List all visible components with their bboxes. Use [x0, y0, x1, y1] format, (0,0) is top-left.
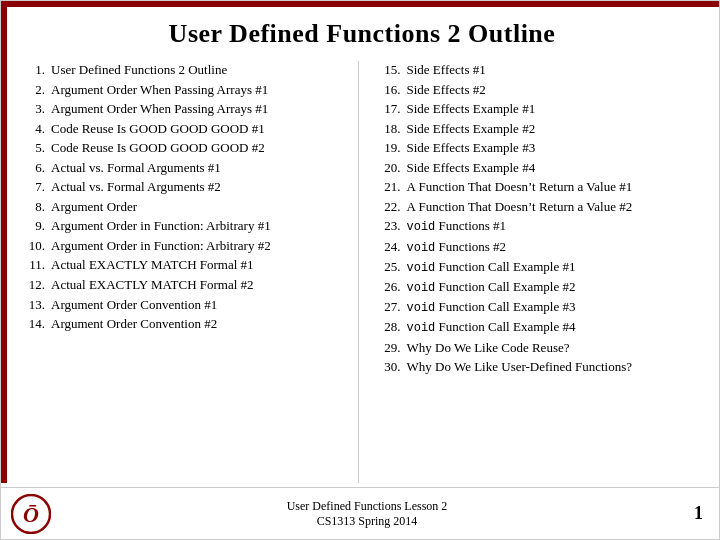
item-text: void Function Call Example #3: [407, 298, 704, 316]
list-item: 27.void Function Call Example #3: [377, 298, 704, 316]
item-number: 11.: [21, 256, 45, 274]
list-item: 4.Code Reuse Is GOOD GOOD GOOD #1: [21, 120, 348, 138]
item-number: 15.: [377, 61, 401, 79]
footer-line2: CS1313 Spring 2014: [51, 514, 683, 529]
main-content: User Defined Functions 2 Outline 1.User …: [7, 7, 719, 483]
mono-keyword: void: [407, 301, 436, 315]
list-item: 7.Actual vs. Formal Arguments #2: [21, 178, 348, 196]
item-text: void Function Call Example #1: [407, 258, 704, 276]
item-text: void Function Call Example #2: [407, 278, 704, 296]
item-number: 14.: [21, 315, 45, 333]
item-number: 30.: [377, 358, 401, 376]
item-text: Side Effects Example #1: [407, 100, 704, 118]
item-text: Why Do We Like User-Defined Functions?: [407, 358, 704, 376]
item-number: 5.: [21, 139, 45, 157]
item-number: 20.: [377, 159, 401, 177]
list-item: 8.Argument Order: [21, 198, 348, 216]
footer-line1: User Defined Functions Lesson 2: [51, 499, 683, 514]
content-area: User Defined Functions 2 Outline 1.User …: [1, 7, 719, 483]
item-number: 8.: [21, 198, 45, 216]
page-number: 1: [683, 503, 703, 524]
list-item: 21.A Function That Doesn’t Return a Valu…: [377, 178, 704, 196]
ou-logo: Ō: [11, 494, 51, 534]
item-text: Side Effects Example #3: [407, 139, 704, 157]
item-text: Code Reuse Is GOOD GOOD GOOD #2: [51, 139, 348, 157]
left-list: 1.User Defined Functions 2 Outline2.Argu…: [21, 61, 348, 333]
item-text: A Function That Doesn’t Return a Value #…: [407, 198, 704, 216]
list-item: 23.void Functions #1: [377, 217, 704, 235]
item-number: 9.: [21, 217, 45, 235]
list-item: 30.Why Do We Like User-Defined Functions…: [377, 358, 704, 376]
list-item: 5.Code Reuse Is GOOD GOOD GOOD #2: [21, 139, 348, 157]
item-text: Side Effects Example #4: [407, 159, 704, 177]
list-item: 15.Side Effects #1: [377, 61, 704, 79]
item-text: Argument Order in Function: Arbitrary #2: [51, 237, 348, 255]
mono-keyword: void: [407, 321, 436, 335]
list-item: 19.Side Effects Example #3: [377, 139, 704, 157]
list-item: 18.Side Effects Example #2: [377, 120, 704, 138]
mono-keyword: void: [407, 241, 436, 255]
left-column: 1.User Defined Functions 2 Outline2.Argu…: [21, 61, 359, 483]
item-number: 25.: [377, 258, 401, 276]
item-number: 27.: [377, 298, 401, 316]
item-number: 18.: [377, 120, 401, 138]
list-item: 24.void Functions #2: [377, 238, 704, 256]
list-item: 16.Side Effects #2: [377, 81, 704, 99]
item-text: Argument Order Convention #2: [51, 315, 348, 333]
list-item: 11.Actual EXACTLY MATCH Formal #1: [21, 256, 348, 274]
item-text: Argument Order Convention #1: [51, 296, 348, 314]
item-number: 28.: [377, 318, 401, 336]
item-number: 6.: [21, 159, 45, 177]
item-text: Argument Order in Function: Arbitrary #1: [51, 217, 348, 235]
item-number: 2.: [21, 81, 45, 99]
list-item: 9.Argument Order in Function: Arbitrary …: [21, 217, 348, 235]
item-number: 3.: [21, 100, 45, 118]
item-text: Actual vs. Formal Arguments #2: [51, 178, 348, 196]
item-number: 26.: [377, 278, 401, 296]
footer-text: User Defined Functions Lesson 2 CS1313 S…: [51, 499, 683, 529]
slide: User Defined Functions 2 Outline 1.User …: [0, 0, 720, 540]
item-text: Actual vs. Formal Arguments #1: [51, 159, 348, 177]
list-item: 1.User Defined Functions 2 Outline: [21, 61, 348, 79]
footer: Ō User Defined Functions Lesson 2 CS1313…: [1, 487, 719, 539]
list-item: 22.A Function That Doesn’t Return a Valu…: [377, 198, 704, 216]
item-text: Actual EXACTLY MATCH Formal #1: [51, 256, 348, 274]
columns: 1.User Defined Functions 2 Outline2.Argu…: [21, 61, 703, 483]
item-text: Side Effects #1: [407, 61, 704, 79]
page-title: User Defined Functions 2 Outline: [21, 19, 703, 49]
item-text: Argument Order When Passing Arrays #1: [51, 81, 348, 99]
item-number: 1.: [21, 61, 45, 79]
list-item: 20.Side Effects Example #4: [377, 159, 704, 177]
mono-keyword: void: [407, 261, 436, 275]
item-number: 29.: [377, 339, 401, 357]
item-number: 7.: [21, 178, 45, 196]
item-text: Side Effects #2: [407, 81, 704, 99]
list-item: 2.Argument Order When Passing Arrays #1: [21, 81, 348, 99]
list-item: 28.void Function Call Example #4: [377, 318, 704, 336]
list-item: 14.Argument Order Convention #2: [21, 315, 348, 333]
item-text: void Function Call Example #4: [407, 318, 704, 336]
list-item: 6.Actual vs. Formal Arguments #1: [21, 159, 348, 177]
list-item: 25.void Function Call Example #1: [377, 258, 704, 276]
list-item: 12.Actual EXACTLY MATCH Formal #2: [21, 276, 348, 294]
item-text: Side Effects Example #2: [407, 120, 704, 138]
item-number: 19.: [377, 139, 401, 157]
mono-keyword: void: [407, 281, 436, 295]
item-number: 17.: [377, 100, 401, 118]
item-text: void Functions #2: [407, 238, 704, 256]
mono-keyword: void: [407, 220, 436, 234]
item-text: Argument Order When Passing Arrays #1: [51, 100, 348, 118]
item-text: Why Do We Like Code Reuse?: [407, 339, 704, 357]
item-text: A Function That Doesn’t Return a Value #…: [407, 178, 704, 196]
item-number: 10.: [21, 237, 45, 255]
item-text: User Defined Functions 2 Outline: [51, 61, 348, 79]
item-text: Argument Order: [51, 198, 348, 216]
item-text: void Functions #1: [407, 217, 704, 235]
list-item: 26.void Function Call Example #2: [377, 278, 704, 296]
item-text: Actual EXACTLY MATCH Formal #2: [51, 276, 348, 294]
item-number: 22.: [377, 198, 401, 216]
item-number: 24.: [377, 238, 401, 256]
item-number: 23.: [377, 217, 401, 235]
right-list: 15.Side Effects #116.Side Effects #217.S…: [377, 61, 704, 376]
item-text: Code Reuse Is GOOD GOOD GOOD #1: [51, 120, 348, 138]
